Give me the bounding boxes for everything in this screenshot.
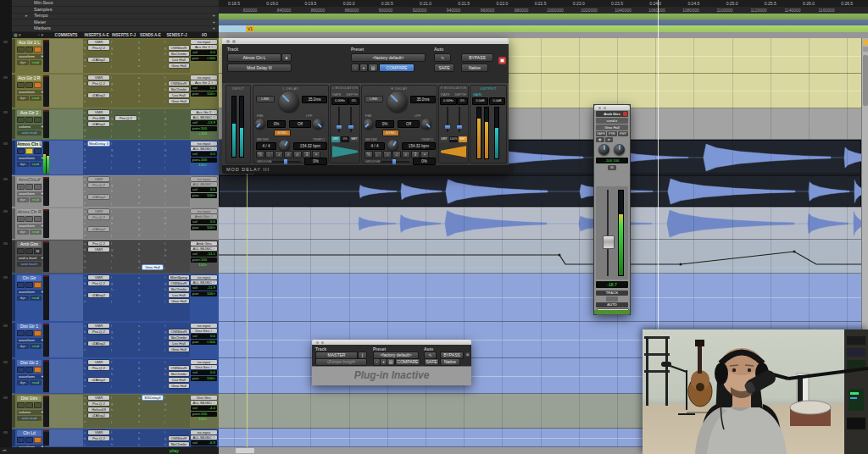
send-slot-i[interactable]: i xyxy=(164,194,190,200)
l-delay-note-button[interactable]: ♬ xyxy=(293,151,302,158)
insert-slot-j[interactable]: j xyxy=(110,164,137,170)
insert-slot-b[interactable]: b xyxy=(83,147,110,152)
track-name[interactable]: Amb Gtrs xyxy=(17,241,42,247)
pan-readout[interactable]: pan<100 xyxy=(191,340,217,345)
pan-readout[interactable]: pan<100 +100 xyxy=(191,126,217,131)
l-delay-tempo-knob[interactable] xyxy=(279,140,290,151)
r-delay-tempo-knob[interactable] xyxy=(387,140,398,151)
send-slot-c[interactable]: c xyxy=(137,286,164,292)
insert-slot-f[interactable]: f xyxy=(110,274,137,280)
track-row-acs-gtr-2-l[interactable]: Acs Gtr 2 L●waveform ▾dynreadaVMRbPro-Q … xyxy=(12,38,219,75)
insert-slot-h[interactable]: h xyxy=(110,220,137,226)
send-slot-i[interactable]: i xyxy=(164,158,190,164)
minimize-dot-icon[interactable] xyxy=(232,40,236,43)
track-view-selector[interactable]: volume ▾ xyxy=(17,410,45,415)
send-slot-e[interactable]: Gino Hall xyxy=(142,265,163,269)
insert-slot-b[interactable]: Pro-MB xyxy=(88,116,109,120)
insert-slot-b[interactable]: Pro-Q 2 xyxy=(88,281,109,285)
solo-button[interactable] xyxy=(25,437,33,443)
send-slot-c[interactable]: c xyxy=(137,335,164,340)
volume-readout[interactable]: vol0.0 xyxy=(191,86,217,91)
l-delay-sync-button[interactable]: SYNC xyxy=(274,130,291,136)
track-name[interactable]: Dist Gtrs xyxy=(17,396,42,401)
send-slot-g[interactable]: g xyxy=(164,147,190,152)
send-slot-d[interactable]: d xyxy=(137,226,164,232)
r-delay-link-button[interactable]: LINK xyxy=(364,96,383,102)
track-list-menu-icon[interactable]: ▦ ▾ xyxy=(14,32,21,38)
send-safe-button[interactable]: SAFE xyxy=(596,131,606,136)
output-selector[interactable]: ALL MUSIC ↑ xyxy=(191,401,217,405)
send-slot-j[interactable]: Gino Hall xyxy=(169,384,189,388)
insert-slot-d[interactable]: d xyxy=(83,258,110,264)
comments-cell[interactable] xyxy=(49,323,83,357)
send-slot-a[interactable]: a xyxy=(137,241,164,246)
automation-mode-selector[interactable]: read xyxy=(30,96,42,101)
send-titlebar[interactable] xyxy=(594,105,630,110)
insert-slot-a[interactable]: VMR xyxy=(88,396,109,400)
send-slot-g[interactable]: OWSilvrR xyxy=(169,81,189,86)
insert-slot-j[interactable]: j xyxy=(110,200,137,206)
close-dot-icon[interactable] xyxy=(316,341,319,344)
send-slot-i[interactable]: Lex Hall xyxy=(169,378,189,382)
send-slot-c[interactable]: c xyxy=(137,407,164,412)
automation-mode-selector[interactable]: read xyxy=(30,162,42,167)
track-row-dist-gtrs[interactable]: Dist Gtrs●volume ▾auto readaVMRbPro-Q 2c… xyxy=(12,394,219,429)
send-slot-d[interactable]: d xyxy=(137,292,164,298)
input-selector[interactable]: no input xyxy=(191,177,217,181)
markers-ruler[interactable]: V1 xyxy=(219,25,868,32)
dyn-button[interactable]: dyn xyxy=(17,344,29,349)
output-selector[interactable]: ALL MUSIC ↑ xyxy=(191,115,217,119)
send-slot-e[interactable]: e xyxy=(137,164,164,170)
input-selector[interactable]: no input xyxy=(191,141,217,146)
insert-slot-h[interactable]: h xyxy=(110,371,137,377)
insert-slot-b[interactable]: Pro-Q 2 xyxy=(88,183,109,187)
insert-slot-f[interactable]: f xyxy=(110,75,137,80)
send-slot-c[interactable]: c xyxy=(137,86,164,92)
insert-slot-e[interactable]: e xyxy=(83,98,110,104)
solo-button[interactable] xyxy=(25,330,33,336)
insert-slot-g[interactable]: g xyxy=(110,45,137,51)
track-name[interactable]: Acs Gtr 2 xyxy=(17,110,42,116)
send-slot-j[interactable]: j xyxy=(164,418,190,424)
automation-mode-selector[interactable]: auto read xyxy=(17,130,42,136)
insert-slot-a[interactable]: VMR xyxy=(88,324,109,328)
automation-mode-selector[interactable]: read xyxy=(30,60,42,65)
insert-slot-b[interactable]: Pro-Q 2 xyxy=(88,401,109,406)
insert-slot-b[interactable]: Pro-Q 2 xyxy=(88,329,109,334)
track-name[interactable]: AtmsClnLdf xyxy=(17,177,42,183)
track-lane-atmsclnldf[interactable] xyxy=(219,175,861,208)
mute-button[interactable] xyxy=(34,82,42,88)
send-slot-d[interactable]: d xyxy=(137,57,164,63)
insert-slot-g[interactable]: g xyxy=(110,246,137,252)
send-slot-f[interactable]: f xyxy=(164,429,190,435)
input-selector[interactable]: no input xyxy=(191,209,217,213)
insert-slot-c[interactable]: c xyxy=(83,335,110,340)
send-slot-i[interactable]: i xyxy=(164,226,190,232)
r-delay-lpf-value[interactable]: Off xyxy=(398,120,420,128)
insert-slot-j[interactable]: j xyxy=(110,383,137,389)
comments-cell[interactable] xyxy=(49,395,83,428)
send-slot-a[interactable]: SGDelayII xyxy=(142,396,163,400)
send-slot-i[interactable]: Lex Hall xyxy=(169,293,189,297)
send-slot-f[interactable]: f xyxy=(164,176,190,182)
comments-cell[interactable] xyxy=(49,109,83,139)
automation-mode-selector[interactable]: read xyxy=(30,197,42,202)
dyn-button[interactable]: dyn xyxy=(17,197,29,202)
input-selector[interactable]: no input xyxy=(191,75,217,80)
track-row-amb-gtrs[interactable]: Amb Gtrs●Mand a level ▾auto touchaPro-Q … xyxy=(12,240,219,274)
pan-readout[interactable]: pan<100 100> xyxy=(191,257,217,263)
insert-slot-g[interactable]: g xyxy=(110,182,137,188)
r-delay-time-value[interactable]: 35.0ms xyxy=(410,96,436,103)
insert-slot-g[interactable]: Pro-Q 2 xyxy=(115,116,136,120)
send-slot-b[interactable]: b xyxy=(137,80,164,86)
l-modulation-rate-value[interactable]: 0.00Hz xyxy=(331,97,348,105)
volume-readout[interactable]: vol-11.1 xyxy=(191,252,217,257)
insert-slot-i[interactable]: i xyxy=(110,158,137,164)
send-slot-i[interactable]: i xyxy=(164,412,190,418)
insert-slot-i[interactable]: i xyxy=(110,258,137,264)
send-slot-c[interactable]: c xyxy=(137,51,164,57)
record-enable-button[interactable]: ● xyxy=(17,82,25,88)
mute-button[interactable] xyxy=(34,330,42,336)
track-view-selector[interactable]: waveform ▾ xyxy=(17,90,45,95)
l-delay-lpf-knob[interactable] xyxy=(313,119,323,129)
